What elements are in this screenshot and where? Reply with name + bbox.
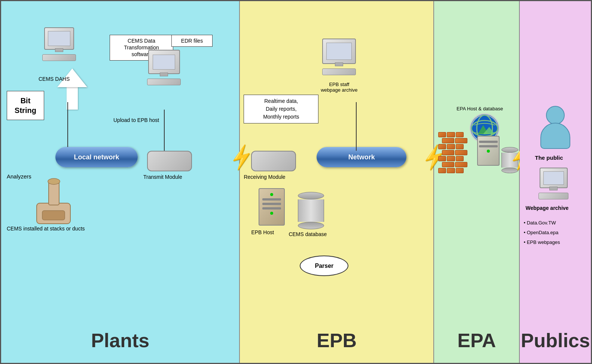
realtime-box: Realtime data, Daily reports, Monthly re… xyxy=(244,95,318,123)
network-shape: Network xyxy=(317,147,406,167)
epb-host-server xyxy=(259,188,285,226)
section-publics: The public Webpage archive • Data.Gov.TW… xyxy=(520,1,591,363)
transform-monitor xyxy=(148,50,180,74)
brick xyxy=(438,132,446,137)
epa-light xyxy=(487,150,490,153)
main-diagram: Bit String CEMS DAHS CEMS Data Transform… xyxy=(0,0,592,364)
epa-server-body xyxy=(477,136,500,166)
server-slot-1 xyxy=(262,198,281,201)
brick xyxy=(447,144,455,149)
pub-keyboard xyxy=(538,193,568,199)
person-body xyxy=(540,123,570,149)
person-head xyxy=(546,106,565,125)
up-arrow xyxy=(57,68,87,110)
brick xyxy=(456,144,464,149)
brick-row-5 xyxy=(438,156,464,162)
receiving-label: Receiving Module xyxy=(244,174,285,180)
firewall-icon xyxy=(438,132,464,177)
transmit-label: Transmit Module xyxy=(143,174,182,180)
brick xyxy=(455,138,467,143)
cems-db-icon xyxy=(298,192,324,229)
brick xyxy=(447,168,455,173)
brick xyxy=(447,132,455,137)
brick-row-7 xyxy=(438,168,464,174)
brick-row-1 xyxy=(438,132,464,138)
local-network-shape: Local network xyxy=(55,147,138,167)
server-light-2 xyxy=(270,212,273,215)
the-public-label: The public xyxy=(535,155,563,161)
upload-label: Upload to EPB host xyxy=(113,117,159,123)
cems-installed-label: CEMS installed at stacks or ducts xyxy=(7,226,85,232)
transform-keyboard xyxy=(147,79,181,85)
brick xyxy=(438,168,446,173)
brick xyxy=(456,132,464,137)
transmit-module-box xyxy=(147,151,192,171)
brick-row-4 xyxy=(442,150,468,156)
brick xyxy=(438,156,446,161)
epa-host-label: EPA Host & database xyxy=(457,106,503,111)
cems-db-label: CEMS database xyxy=(289,231,327,237)
brick xyxy=(438,144,446,149)
cems-dahs-computer xyxy=(42,27,76,61)
server-light-1 xyxy=(270,193,273,196)
epb-screen xyxy=(326,43,352,60)
parser-oval: Parser xyxy=(300,256,348,276)
section-plants: Bit String CEMS DAHS CEMS Data Transform… xyxy=(1,1,240,363)
epa-slot-2 xyxy=(479,145,498,147)
arrow-body xyxy=(67,87,78,110)
local-network-cylinder: Local network xyxy=(55,147,138,167)
brick xyxy=(442,150,454,155)
brick xyxy=(455,150,467,155)
edr-files-box: EDR files xyxy=(171,35,213,47)
epb-staff-label: EPB staff webpage archive xyxy=(313,82,365,93)
cems-dahs-label: CEMS DAHS xyxy=(39,76,70,82)
plants-section-label: Plants xyxy=(1,329,239,352)
network-cylinder: Network xyxy=(317,147,406,167)
db-bottom xyxy=(298,222,324,229)
epb-staff-computer xyxy=(322,39,356,75)
server-body xyxy=(259,188,285,226)
server-slot-2 xyxy=(262,203,281,205)
epb-webpages-item: • EPB webpages xyxy=(524,238,560,247)
brick xyxy=(442,162,454,167)
svg-point-3 xyxy=(48,178,60,184)
epb-host-label: EPB Host xyxy=(251,229,274,235)
stack-duct-icon xyxy=(33,177,74,227)
brick xyxy=(442,138,454,143)
epb-connector-v1 xyxy=(356,102,357,151)
epa-section-label: EPA xyxy=(434,329,519,352)
brick-row-3 xyxy=(438,144,464,150)
transform-screen xyxy=(153,55,175,70)
db-top xyxy=(298,192,324,199)
stack-svg xyxy=(33,177,74,226)
epa-slot-1 xyxy=(479,141,498,143)
epb-keyboard xyxy=(322,68,356,75)
data-gov-item: • Data.Gov.TW xyxy=(524,218,560,228)
person-icon xyxy=(540,106,570,149)
transform-computer xyxy=(147,50,181,85)
monitor-screen xyxy=(48,31,70,46)
server-slot-3 xyxy=(262,207,281,209)
section-epa: ⚡ xyxy=(434,1,520,363)
public-computer xyxy=(538,168,568,199)
computer-monitor xyxy=(44,27,74,50)
epa-server xyxy=(477,136,500,166)
brick xyxy=(447,156,455,161)
brick xyxy=(455,162,467,167)
publics-section-label: Publics xyxy=(520,329,591,352)
computer-keyboard xyxy=(42,54,76,61)
section-epb: ⚡ Receiving Module Realtime data, Daily … xyxy=(240,1,434,363)
epb-monitor xyxy=(322,39,356,64)
db-middle xyxy=(298,199,324,222)
brick-row-2 xyxy=(442,138,468,144)
receiving-module-box xyxy=(251,151,296,171)
epb-section-label: EPB xyxy=(240,329,433,352)
brick-row-6 xyxy=(442,162,468,168)
brick xyxy=(456,168,464,173)
data-links: • Data.Gov.TW • OpenData.epa • EPB webpa… xyxy=(524,218,560,247)
open-data-item: • OpenData.epa xyxy=(524,228,560,238)
pub-monitor xyxy=(540,168,568,188)
brick xyxy=(456,156,464,161)
pub-screen xyxy=(543,171,564,185)
bit-string-box: Bit String xyxy=(7,91,44,120)
